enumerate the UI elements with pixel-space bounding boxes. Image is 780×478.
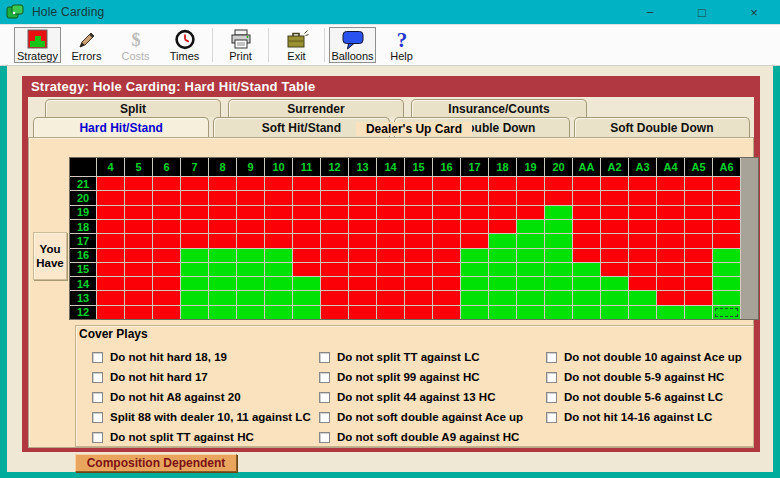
grid-cell-20-5[interactable]	[125, 191, 152, 204]
grid-cell-21-4[interactable]	[97, 177, 124, 190]
grid-cell-13-14[interactable]	[377, 291, 404, 304]
maximize-button[interactable]: □	[676, 0, 728, 24]
grid-cell-12-A2[interactable]	[601, 306, 628, 319]
grid-cell-14-11[interactable]	[293, 277, 320, 290]
grid-cell-18-8[interactable]	[209, 220, 236, 233]
grid-cell-17-A6[interactable]	[713, 234, 740, 247]
grid-cell-20-18[interactable]	[489, 191, 516, 204]
grid-cell-15-14[interactable]	[377, 263, 404, 276]
grid-cell-18-10[interactable]	[265, 220, 292, 233]
grid-cell-20-13[interactable]	[349, 191, 376, 204]
grid-cell-20-14[interactable]	[377, 191, 404, 204]
grid-cell-14-12[interactable]	[321, 277, 348, 290]
grid-cell-13-A5[interactable]	[685, 291, 712, 304]
grid-cell-13-A2[interactable]	[601, 291, 628, 304]
grid-cell-19-6[interactable]	[153, 206, 180, 219]
grid-cell-14-15[interactable]	[405, 277, 432, 290]
grid-cell-20-A3[interactable]	[629, 191, 656, 204]
grid-cell-13-20[interactable]	[545, 291, 572, 304]
grid-cell-13-8[interactable]	[209, 291, 236, 304]
cover-play-option[interactable]: Do not double 5-6 against LC	[546, 387, 742, 407]
grid-cell-18-20[interactable]	[545, 220, 572, 233]
grid-cell-13-A4[interactable]	[657, 291, 684, 304]
grid-cell-14-5[interactable]	[125, 277, 152, 290]
grid-cell-14-A4[interactable]	[657, 277, 684, 290]
grid-cell-21-A6[interactable]	[713, 177, 740, 190]
grid-cell-20-12[interactable]	[321, 191, 348, 204]
grid-cell-12-5[interactable]	[125, 306, 152, 319]
grid-cell-21-8[interactable]	[209, 177, 236, 190]
grid-cell-18-19[interactable]	[517, 220, 544, 233]
grid-cell-15-9[interactable]	[237, 263, 264, 276]
grid-cell-20-11[interactable]	[293, 191, 320, 204]
grid-cell-16-13[interactable]	[349, 249, 376, 262]
grid-cell-17-14[interactable]	[377, 234, 404, 247]
grid-cell-12-10[interactable]	[265, 306, 292, 319]
grid-cell-17-17[interactable]	[461, 234, 488, 247]
grid-cell-15-10[interactable]	[265, 263, 292, 276]
checkbox-icon[interactable]	[319, 372, 330, 383]
grid-cell-16-4[interactable]	[97, 249, 124, 262]
grid-cell-18-17[interactable]	[461, 220, 488, 233]
grid-cell-20-16[interactable]	[433, 191, 460, 204]
grid-cell-20-A5[interactable]	[685, 191, 712, 204]
grid-cell-19-4[interactable]	[97, 206, 124, 219]
grid-cell-19-18[interactable]	[489, 206, 516, 219]
grid-cell-12-A4[interactable]	[657, 306, 684, 319]
grid-cell-17-19[interactable]	[517, 234, 544, 247]
grid-cell-21-AA[interactable]	[573, 177, 600, 190]
grid-cell-19-9[interactable]	[237, 206, 264, 219]
grid-cell-20-19[interactable]	[517, 191, 544, 204]
grid-cell-15-19[interactable]	[517, 263, 544, 276]
grid-cell-15-11[interactable]	[293, 263, 320, 276]
checkbox-icon[interactable]	[319, 412, 330, 423]
times-button[interactable]: Times	[161, 27, 208, 63]
grid-cell-17-6[interactable]	[153, 234, 180, 247]
grid-cell-20-9[interactable]	[237, 191, 264, 204]
grid-cell-17-5[interactable]	[125, 234, 152, 247]
cover-play-option[interactable]: Do not split TT against LC	[319, 347, 523, 367]
grid-cell-21-18[interactable]	[489, 177, 516, 190]
checkbox-icon[interactable]	[546, 412, 557, 423]
checkbox-icon[interactable]	[92, 432, 103, 443]
grid-cell-19-A6[interactable]	[713, 206, 740, 219]
grid-cell-16-19[interactable]	[517, 249, 544, 262]
strategy-button[interactable]: Strategy	[14, 27, 61, 63]
grid-cell-18-13[interactable]	[349, 220, 376, 233]
grid-cell-14-17[interactable]	[461, 277, 488, 290]
grid-cell-18-15[interactable]	[405, 220, 432, 233]
grid-cell-17-20[interactable]	[545, 234, 572, 247]
grid-cell-17-15[interactable]	[405, 234, 432, 247]
grid-cell-19-7[interactable]	[181, 206, 208, 219]
grid-cell-18-7[interactable]	[181, 220, 208, 233]
grid-cell-13-12[interactable]	[321, 291, 348, 304]
grid-cell-21-A4[interactable]	[657, 177, 684, 190]
grid-cell-12-16[interactable]	[433, 306, 460, 319]
grid-cell-13-5[interactable]	[125, 291, 152, 304]
grid-cell-21-20[interactable]	[545, 177, 572, 190]
cover-play-option[interactable]: Do not split 44 against 13 HC	[319, 387, 523, 407]
grid-cell-16-A3[interactable]	[629, 249, 656, 262]
grid-cell-18-4[interactable]	[97, 220, 124, 233]
grid-cell-17-8[interactable]	[209, 234, 236, 247]
grid-cell-14-A5[interactable]	[685, 277, 712, 290]
grid-cell-19-20[interactable]	[545, 206, 572, 219]
grid-cell-14-9[interactable]	[237, 277, 264, 290]
grid-cell-12-19[interactable]	[517, 306, 544, 319]
grid-cell-21-10[interactable]	[265, 177, 292, 190]
grid-cell-21-13[interactable]	[349, 177, 376, 190]
grid-cell-12-17[interactable]	[461, 306, 488, 319]
grid-cell-16-15[interactable]	[405, 249, 432, 262]
grid-cell-12-14[interactable]	[377, 306, 404, 319]
grid-cell-13-15[interactable]	[405, 291, 432, 304]
grid-cell-19-8[interactable]	[209, 206, 236, 219]
grid-cell-13-9[interactable]	[237, 291, 264, 304]
grid-cell-16-9[interactable]	[237, 249, 264, 262]
grid-cell-18-11[interactable]	[293, 220, 320, 233]
cover-play-option[interactable]: Do not hit hard 17	[92, 367, 311, 387]
grid-cell-17-12[interactable]	[321, 234, 348, 247]
grid-cell-18-18[interactable]	[489, 220, 516, 233]
grid-cell-20-17[interactable]	[461, 191, 488, 204]
grid-cell-19-15[interactable]	[405, 206, 432, 219]
tab-split[interactable]: Split	[45, 99, 221, 117]
